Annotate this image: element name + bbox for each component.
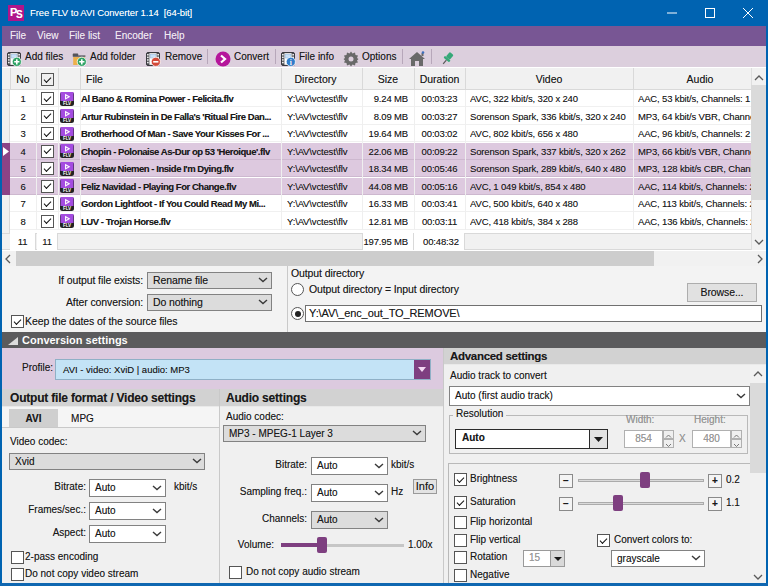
svg-text:FLV: FLV xyxy=(63,223,72,228)
svg-text:FLV: FLV xyxy=(63,188,72,193)
svg-text:FLV: FLV xyxy=(63,153,72,158)
svg-text:FLV: FLV xyxy=(63,205,72,210)
svg-text:FLV: FLV xyxy=(63,170,72,175)
svg-text:i: i xyxy=(290,58,292,67)
svg-text:FLV: FLV xyxy=(63,118,72,123)
svg-text:FLV: FLV xyxy=(63,135,72,140)
svg-text:FLV: FLV xyxy=(63,100,72,105)
